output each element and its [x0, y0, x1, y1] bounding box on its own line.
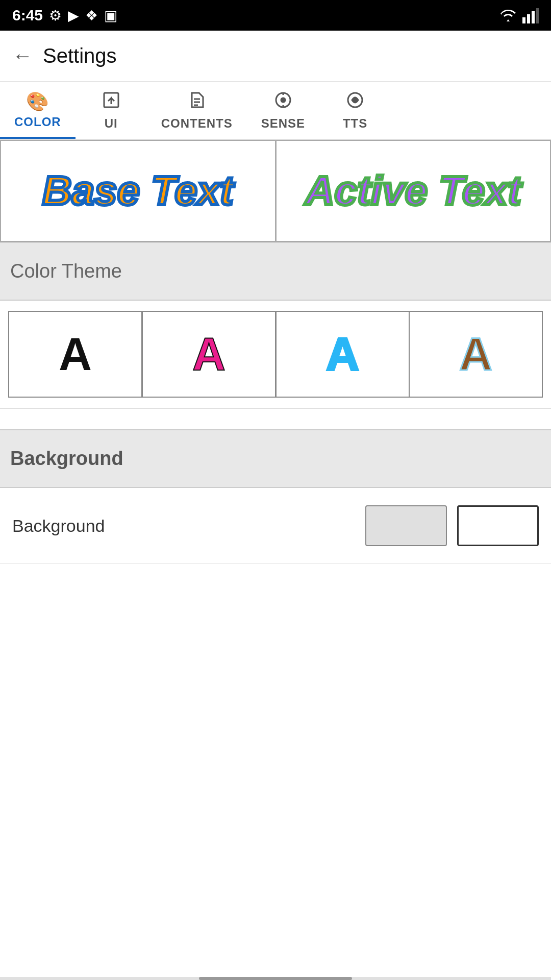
background-row-label: Background	[12, 516, 105, 536]
sense-tab-label: SENSE	[261, 116, 305, 131]
base-text-preview: Base Text	[0, 140, 276, 242]
scroll-indicator	[0, 977, 551, 980]
back-button[interactable]: ←	[12, 44, 33, 67]
svg-rect-3	[536, 8, 539, 23]
contents-tab-icon	[188, 91, 206, 112]
tts-tab-label: TTS	[343, 116, 367, 131]
header: ← Settings	[0, 31, 551, 82]
svg-point-14	[354, 99, 357, 102]
theme-letter-brown: A	[459, 331, 492, 377]
status-left: 6:45 ⚙ ▶ ❖ ▣	[12, 7, 117, 24]
tts-tab-icon	[346, 91, 364, 112]
active-text-display: Active Text	[305, 167, 521, 214]
wifi-icon	[499, 8, 517, 22]
theme-letter-black: A	[59, 331, 92, 377]
active-text-preview: Active Text	[276, 140, 552, 242]
background-button-1[interactable]	[365, 505, 447, 546]
color-tab-icon: 🎨	[26, 92, 49, 111]
settings-icon: ⚙	[49, 7, 62, 24]
theme-option-brown[interactable]: A	[409, 311, 543, 398]
status-bar: 6:45 ⚙ ▶ ❖ ▣	[0, 0, 551, 31]
color-tab-label: COLOR	[14, 115, 61, 129]
background-section-header: Background	[0, 429, 551, 488]
theme-option-pink[interactable]: A	[142, 311, 276, 398]
signal-icon	[522, 7, 539, 23]
theme-option-black[interactable]: A	[8, 311, 142, 398]
background-section-title: Background	[10, 448, 123, 469]
sense-tab-icon	[274, 91, 292, 112]
tab-contents[interactable]: CONTENTS	[147, 82, 247, 139]
ui-tab-icon	[102, 91, 120, 112]
color-theme-section-header: Color Theme	[0, 243, 551, 301]
svg-point-10	[281, 98, 285, 102]
contents-tab-label: CONTENTS	[161, 116, 233, 131]
ui-tab-label: UI	[105, 116, 118, 131]
tab-color[interactable]: 🎨 COLOR	[0, 82, 76, 139]
background-buttons	[365, 505, 539, 546]
play-icon: ▶	[68, 7, 79, 24]
color-theme-title: Color Theme	[10, 260, 122, 282]
tab-sense[interactable]: SENSE	[247, 82, 319, 139]
svg-rect-2	[532, 11, 535, 23]
clipboard-icon: ▣	[104, 7, 117, 24]
base-text-display: Base Text	[42, 167, 234, 214]
scroll-thumb	[199, 977, 352, 980]
theme-options: A A A A	[0, 301, 551, 409]
status-right	[499, 7, 539, 23]
background-button-2[interactable]	[457, 505, 539, 546]
tab-ui[interactable]: UI	[76, 82, 147, 139]
background-section: Background Background	[0, 429, 551, 564]
page-title: Settings	[43, 44, 117, 67]
layers-icon: ❖	[85, 7, 98, 24]
background-row: Background	[0, 488, 551, 564]
svg-rect-0	[522, 17, 525, 23]
svg-rect-1	[527, 14, 530, 23]
tab-tts[interactable]: TTS	[319, 82, 391, 139]
theme-letter-pink: A	[192, 331, 226, 377]
preview-area: Base Text Active Text	[0, 140, 551, 243]
theme-option-blue[interactable]: A	[276, 311, 409, 398]
tab-bar: 🎨 COLOR UI CONTENTS	[0, 82, 551, 140]
status-time: 6:45	[12, 7, 43, 24]
theme-letter-blue: A	[326, 331, 359, 377]
